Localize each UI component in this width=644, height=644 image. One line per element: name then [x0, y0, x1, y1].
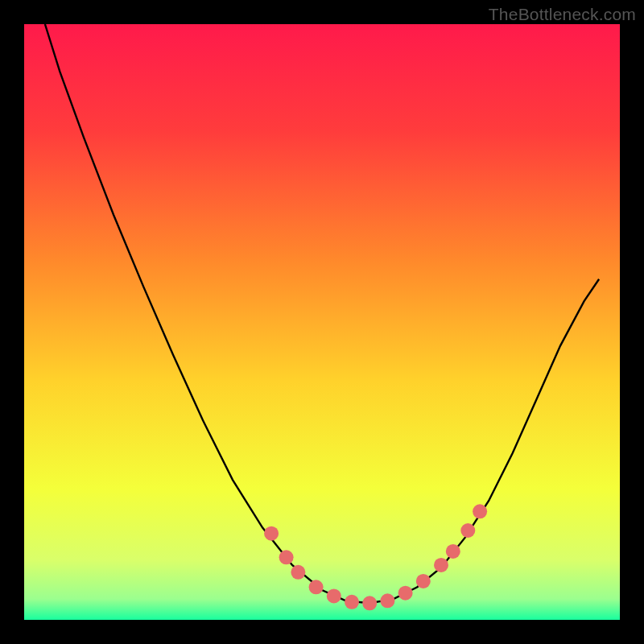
curve-marker: [264, 526, 279, 541]
watermark-text: TheBottleneck.com: [489, 5, 636, 24]
curve-marker: [309, 580, 324, 594]
curve-marker: [398, 586, 413, 601]
curve-marker: [473, 504, 487, 518]
chart-stage: TheBottleneck.com: [0, 0, 644, 644]
curve-marker: [362, 596, 377, 610]
bottleneck-chart: [0, 0, 644, 644]
curve-marker: [279, 550, 294, 564]
curve-marker: [434, 558, 448, 572]
curve-marker: [345, 595, 359, 609]
curve-marker: [380, 593, 394, 608]
curve-marker: [446, 544, 460, 559]
plot-background: [24, 24, 620, 620]
curve-marker: [416, 574, 431, 588]
curve-marker: [291, 565, 305, 580]
curve-marker: [327, 588, 341, 603]
curve-marker: [460, 523, 475, 538]
